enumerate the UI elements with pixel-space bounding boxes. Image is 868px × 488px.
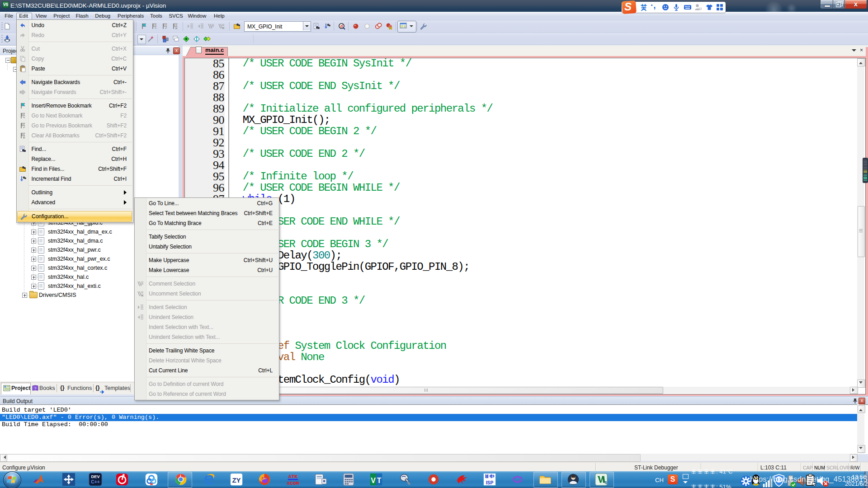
svg-text:DEV: DEV: [91, 474, 100, 479]
svg-text:ATK: ATK: [288, 474, 298, 479]
svg-text:?: ?: [34, 386, 37, 390]
svg-text:ISP: ISP: [486, 480, 494, 485]
svg-text:T: T: [377, 477, 382, 484]
svg-text:XCOM: XCOM: [287, 481, 299, 486]
svg-text:22: 22: [698, 7, 702, 10]
svg-text:5: 5: [605, 480, 607, 485]
svg-text:d: d: [340, 24, 343, 28]
svg-text:ZY: ZY: [232, 476, 241, 484]
svg-text:C++: C++: [91, 479, 99, 484]
svg-text:V: V: [371, 477, 376, 484]
